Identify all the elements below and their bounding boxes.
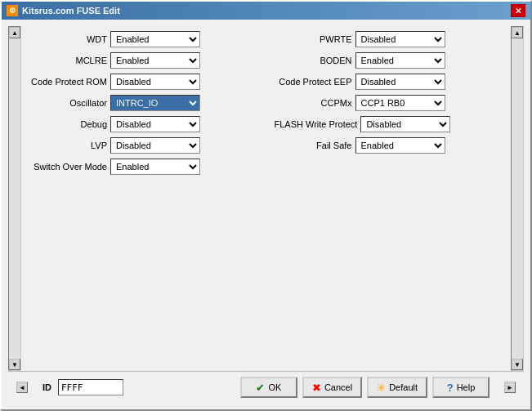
oscillator-label: Oscillator <box>29 98 107 108</box>
help-label: Help <box>457 382 476 392</box>
code-protect-eep-label: Code Protect EEP <box>275 77 352 87</box>
help-icon: ? <box>447 382 454 394</box>
scroll-right-down-arrow[interactable]: ▼ <box>512 359 523 370</box>
scroll-right-footer-arrow[interactable]: ► <box>504 382 516 393</box>
flash-write-protect-row: FLASH Write Protect Disabled Enabled <box>275 116 503 132</box>
oscillator-row: Oscillator INTRC_IO INTRC EXTRC XT HS LP <box>29 95 258 111</box>
title-bar-left: ⚙ Kitsrus.com FUSE Edit <box>7 5 120 16</box>
id-label: ID <box>42 382 51 392</box>
wdt-row: WDT Enabled Disabled <box>29 31 258 47</box>
window-body: ▲ ▼ WDT Enabled Disabled <box>2 20 530 409</box>
fail-safe-select[interactable]: Enabled Disabled <box>355 137 445 154</box>
debug-select[interactable]: Disabled Enabled <box>110 116 200 132</box>
mclre-label: MCLRE <box>29 56 107 65</box>
code-protect-rom-select[interactable]: Disabled Enabled <box>110 74 200 90</box>
cancel-label: Cancel <box>324 382 352 392</box>
code-protect-eep-row: Code Protect EEP Disabled Enabled <box>275 74 503 90</box>
wdt-label: WDT <box>29 34 107 44</box>
scroll-area: ▲ ▼ WDT Enabled Disabled <box>8 26 524 371</box>
switch-over-mode-label: Switch Over Mode <box>29 162 107 172</box>
flash-write-protect-label: FLASH Write Protect <box>275 119 358 129</box>
ok-button[interactable]: ✔ OK <box>240 377 297 398</box>
cancel-button[interactable]: ✖ Cancel <box>302 377 362 398</box>
fail-safe-row: Fail Safe Enabled Disabled <box>275 137 503 154</box>
main-window: ⚙ Kitsrus.com FUSE Edit ✕ ▲ ▼ WDT <box>0 0 532 411</box>
pwrte-row: PWRTE Disabled Enabled <box>275 31 503 47</box>
lvp-select[interactable]: Disabled Enabled <box>110 137 200 154</box>
scroll-left-footer-arrow[interactable]: ◄ <box>16 382 28 393</box>
scroll-down-arrow[interactable]: ▼ <box>9 359 20 370</box>
right-form-column: PWRTE Disabled Enabled BODEN Enabled D <box>275 31 503 366</box>
app-icon: ⚙ <box>7 5 18 16</box>
footer: ◄ ID ✔ OK ✖ Cancel ✳ Default ? Help <box>8 371 524 403</box>
window-title: Kitsrus.com FUSE Edit <box>22 6 120 16</box>
pwrte-select[interactable]: Disabled Enabled <box>355 31 445 47</box>
switch-over-mode-row: Switch Over Mode Enabled Disabled <box>29 159 258 175</box>
fail-safe-label: Fail Safe <box>275 141 352 150</box>
ok-label: OK <box>268 382 281 392</box>
ccpmx-row: CCPMx CCP1 RB0 CCP1 RE7 <box>275 95 503 111</box>
pwrte-label: PWRTE <box>275 34 352 44</box>
code-protect-rom-label: Code Protect ROM <box>29 77 107 87</box>
right-scrollbar: ▲ ▼ <box>511 26 524 371</box>
cancel-icon: ✖ <box>312 382 321 394</box>
flash-write-protect-select[interactable]: Disabled Enabled <box>360 116 450 132</box>
switch-over-mode-select[interactable]: Enabled Disabled <box>110 159 200 175</box>
ccpmx-select[interactable]: CCP1 RB0 CCP1 RE7 <box>355 95 445 111</box>
content-area: WDT Enabled Disabled MCLRE Enabled Dis <box>21 26 511 371</box>
ccpmx-label: CCPMx <box>275 98 352 108</box>
lvp-label: LVP <box>29 141 107 150</box>
default-icon: ✳ <box>377 382 386 394</box>
help-button[interactable]: ? Help <box>432 377 490 398</box>
close-button[interactable]: ✕ <box>511 4 525 17</box>
boden-select[interactable]: Enabled Disabled <box>355 52 445 69</box>
scroll-right-up-arrow[interactable]: ▲ <box>512 27 523 38</box>
left-scrollbar: ▲ ▼ <box>8 26 21 371</box>
debug-label: Debug <box>29 119 107 129</box>
debug-row: Debug Disabled Enabled <box>29 116 258 132</box>
form-grid: WDT Enabled Disabled MCLRE Enabled Dis <box>29 31 503 366</box>
default-label: Default <box>389 382 418 392</box>
scroll-up-arrow[interactable]: ▲ <box>9 27 20 38</box>
button-group: ✔ OK ✖ Cancel ✳ Default ? Help <box>240 377 490 398</box>
code-protect-eep-select[interactable]: Disabled Enabled <box>355 74 445 90</box>
default-button[interactable]: ✳ Default <box>367 377 427 398</box>
mclre-row: MCLRE Enabled Disabled <box>29 52 258 69</box>
oscillator-select[interactable]: INTRC_IO INTRC EXTRC XT HS LP <box>110 95 200 111</box>
boden-label: BODEN <box>275 56 352 65</box>
wdt-select[interactable]: Enabled Disabled <box>110 31 200 47</box>
ok-icon: ✔ <box>256 382 265 394</box>
code-protect-rom-row: Code Protect ROM Disabled Enabled <box>29 74 258 90</box>
id-input[interactable] <box>58 379 123 395</box>
boden-row: BODEN Enabled Disabled <box>275 52 503 69</box>
left-form-column: WDT Enabled Disabled MCLRE Enabled Dis <box>29 31 258 366</box>
title-bar: ⚙ Kitsrus.com FUSE Edit ✕ <box>2 2 530 20</box>
lvp-row: LVP Disabled Enabled <box>29 137 258 154</box>
mclre-select[interactable]: Enabled Disabled <box>110 52 200 69</box>
